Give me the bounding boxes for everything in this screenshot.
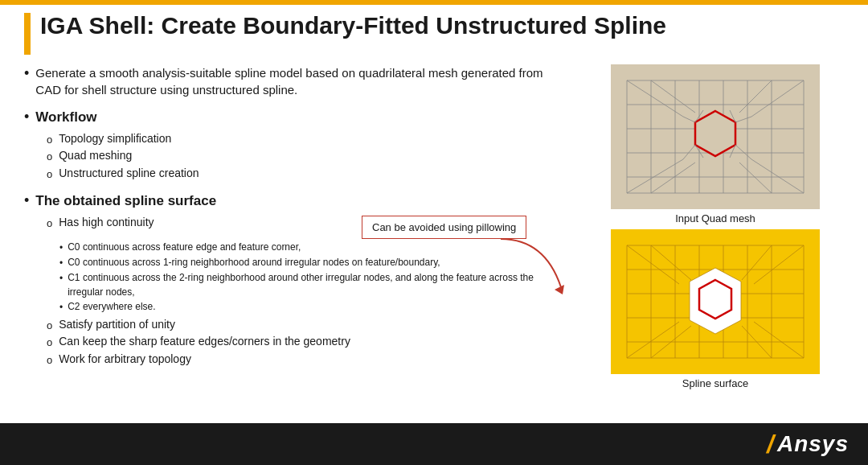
quad-mesh-caption: Input Quad mesh	[675, 212, 755, 224]
sub-list-item: C1 continuous across the 2-ring neighbor…	[59, 270, 563, 299]
svg-marker-0	[555, 285, 564, 294]
circle-icon: o	[47, 335, 52, 351]
list-item-text: Work for arbitrary topology	[59, 351, 191, 368]
list-item: o Satisfy partition of unity	[47, 316, 563, 334]
list-item-text: Has high continuity	[59, 214, 154, 231]
ansys-logo: / Ansys	[767, 431, 849, 457]
bullet-dot-3: •	[24, 191, 29, 210]
spline-surface-caption: Spline surface	[682, 377, 748, 389]
list-item-text: Quad meshing	[59, 147, 132, 164]
spline-surface-image	[611, 229, 820, 374]
page-title: IGA Shell: Create Boundary-Fitted Unstru…	[40, 11, 666, 40]
quad-mesh-block: Input Quad mesh	[611, 64, 820, 224]
bullet-dot-2: •	[24, 108, 29, 126]
workflow-bullet: • Workflow	[24, 108, 563, 127]
spline-bullet: • The obtained spline surface	[24, 191, 563, 211]
callout-text: Can be avoided using pillowing	[372, 221, 516, 233]
workflow-list: o Topology simplification o Quad meshing…	[47, 130, 563, 183]
workflow-label: Workflow	[35, 108, 96, 127]
top-accent-bar	[0, 0, 868, 5]
intro-bullet: • Generate a smooth analysis-suitable sp…	[24, 64, 563, 98]
list-item-text: Satisfy partition of unity	[59, 316, 175, 333]
main-content: • Generate a smooth analysis-suitable sp…	[24, 64, 563, 417]
slide: IGA Shell: Create Boundary-Fitted Unstru…	[0, 0, 868, 465]
sub-item-text: C0 continuous across 1-ring neighborhood…	[68, 255, 440, 270]
bullet-dot: •	[24, 64, 29, 83]
spline-surface-block: Spline surface	[611, 229, 820, 389]
callout-arrow	[497, 235, 577, 299]
bottom-bar: / Ansys	[0, 423, 868, 465]
circle-icon: o	[47, 216, 52, 232]
list-item-text: Topology simplification	[59, 130, 171, 147]
logo-text: Ansys	[777, 431, 849, 457]
list-item-text: Can keep the sharp feature edges/corners…	[59, 333, 350, 350]
title-area: IGA Shell: Create Boundary-Fitted Unstru…	[24, 11, 844, 55]
intro-text: Generate a smooth analysis-suitable spli…	[35, 64, 563, 98]
list-item: o Can keep the sharp feature edges/corne…	[47, 333, 563, 351]
spline-label: The obtained spline surface	[35, 191, 216, 211]
svg-marker-57	[699, 280, 731, 319]
svg-marker-24	[695, 111, 735, 156]
list-item: o Work for arbitrary topology	[47, 351, 563, 368]
continuity-sublist: C0 continuous across feature edge and fe…	[59, 240, 563, 315]
sub-list-item: C2 everywhere else.	[59, 299, 563, 315]
circle-icon: o	[47, 318, 52, 334]
list-item: o Unstructured spline creation	[47, 165, 563, 183]
sub-list-item: C0 continuous across 1-ring neighborhood…	[59, 255, 563, 270]
circle-icon: o	[47, 167, 52, 183]
circle-icon: o	[47, 132, 52, 148]
list-item-text: Unstructured spline creation	[59, 165, 199, 182]
workflow-section: • Workflow o Topology simplification o Q…	[24, 108, 563, 182]
right-content: Input Quad mesh	[579, 64, 852, 389]
sub-item-text: C0 continuous across feature edge and fe…	[68, 240, 301, 254]
quad-mesh-image	[611, 64, 820, 209]
sub-list-item: C0 continuous across feature edge and fe…	[59, 240, 563, 255]
list-item: o Quad meshing	[47, 147, 563, 165]
list-item: o Topology simplification	[47, 130, 563, 148]
circle-icon: o	[47, 149, 52, 165]
title-accent	[24, 13, 31, 55]
sub-item-text: C1 continuous across the 2-ring neighbor…	[68, 270, 563, 299]
intro-section: • Generate a smooth analysis-suitable sp…	[24, 64, 563, 98]
logo-slash: /	[767, 431, 774, 457]
circle-icon: o	[47, 352, 52, 368]
sub-item-text: C2 everywhere else.	[68, 299, 155, 314]
